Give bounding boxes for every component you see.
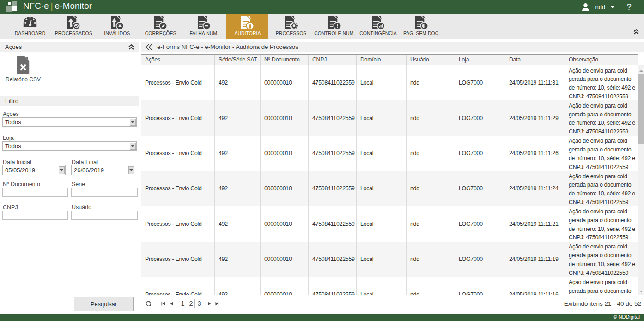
vertical-scrollbar[interactable] — [638, 65, 644, 295]
first-page-icon — [161, 302, 165, 306]
refresh-button[interactable] — [146, 301, 151, 306]
toolbar-tab-processos[interactable]: PROCESSOS — [270, 14, 312, 39]
last-page-icon — [215, 302, 219, 306]
column-header[interactable]: Loja — [455, 55, 505, 65]
toolbar-tab-pag-sem-doc[interactable]: PAG. SEM DOC. — [401, 14, 443, 39]
data-final-dropdown-button[interactable] — [128, 166, 134, 174]
document-gear-icon — [285, 16, 298, 30]
column-header[interactable]: Ações — [141, 55, 215, 65]
table-row[interactable]: Processos - Envio Cold492000000010475084… — [141, 171, 638, 206]
column-header[interactable]: Domínio — [357, 55, 407, 65]
scrollbar-thumb[interactable] — [638, 74, 644, 144]
first-page-button[interactable] — [161, 302, 165, 306]
cell-usuario: ndd — [407, 206, 455, 242]
app-logo-icon — [6, 1, 17, 12]
actions-panel-header: Ações — [0, 42, 139, 52]
sidebar: Ações Relatório CSV Filtro Ações Todos — [0, 42, 139, 314]
column-header[interactable]: CNPJ — [309, 55, 357, 65]
column-header[interactable]: Nº Documento — [261, 55, 309, 65]
page-number-1[interactable]: 1 — [179, 300, 187, 307]
help-button[interactable]: ? — [627, 2, 632, 12]
cell-observacao: Ação de envio para cold gerada para o do… — [565, 277, 638, 295]
data-inicial-picker[interactable]: 05/05/2019 — [2, 165, 66, 175]
next-page-button[interactable] — [208, 302, 211, 306]
table-row[interactable]: Processos - Envio Cold492000000010475084… — [141, 65, 638, 100]
scroll-up-button[interactable] — [638, 65, 644, 72]
column-header[interactable]: Data — [505, 55, 565, 65]
logo-square — [12, 1, 17, 6]
cell-observacao: Ação de envio para cold gerada para o do… — [565, 242, 638, 277]
data-final-picker[interactable]: 26/06/2019 — [71, 165, 135, 175]
loja-dropdown-button[interactable] — [130, 143, 136, 150]
previous-page-icon — [170, 302, 173, 306]
toolbar-tab-falha-num[interactable]: FALHA NUM. — [183, 14, 225, 39]
cell-documento: 000000010 — [261, 65, 309, 100]
user-menu[interactable]: ndd — [582, 3, 615, 11]
usuario-label: Usuário — [72, 204, 91, 211]
breadcrumb: e-Forms NFC-e - e-Monitor - Auditoria de… — [141, 42, 644, 52]
dropdown-arrow-icon — [131, 121, 134, 123]
toolbar-tab-label: PROCESSOS — [276, 30, 307, 36]
cell-data: 24/05/2019 11:11:26 — [505, 136, 565, 171]
csv-report-action[interactable]: Relatório CSV — [0, 56, 46, 83]
document-exclamation-icon — [328, 16, 341, 30]
table-row[interactable]: Processos - Envio Cold492000000010475084… — [141, 277, 638, 295]
loja-filter-value: Todos — [3, 143, 129, 150]
table-row[interactable]: Processos - Envio Cold492000000010475084… — [141, 136, 638, 171]
cell-observacao: Ação de envio para cold gerada para o do… — [565, 100, 638, 135]
page-number-2[interactable]: 2 — [188, 299, 195, 309]
usuario-input[interactable] — [71, 211, 138, 220]
toolbar-tab-dashboard[interactable]: DASHBOARD — [9, 14, 51, 39]
table-row[interactable]: Processos - Envio Cold492000000010475084… — [141, 100, 638, 135]
cell-serie: 492 — [215, 136, 261, 171]
table-row[interactable]: Processos - Envio Cold492000000010475084… — [141, 242, 638, 277]
num-documento-input[interactable] — [2, 188, 68, 197]
table-row[interactable]: Processos - Envio Cold492000000010475084… — [141, 206, 638, 242]
acoes-dropdown-button[interactable] — [130, 119, 136, 126]
cnpj-input[interactable] — [2, 211, 68, 220]
actions-panel-collapse-button[interactable] — [128, 44, 134, 50]
cell-acao: Processos - Envio Cold — [141, 206, 215, 242]
num-documento-label: Nº Documento — [3, 181, 40, 188]
items-count-status: Exibindo itens 21 - 40 de 52 — [564, 295, 641, 312]
cell-dominio: Local — [357, 171, 407, 206]
previous-page-button[interactable] — [170, 302, 173, 306]
app-title: NFC-e|e-Monitor — [23, 1, 92, 11]
last-page-button[interactable] — [215, 302, 219, 306]
cell-acao: Processos - Envio Cold — [141, 171, 215, 206]
dropdown-arrow-icon — [60, 169, 63, 171]
toolbar-tab-auditoria[interactable]: AUDITORIA — [226, 14, 268, 39]
app-title-separator: | — [49, 1, 55, 11]
toolbar-tab-invalidos[interactable]: INVÁLIDOS — [96, 14, 138, 39]
toolbar-tab-processados[interactable]: PROCESSADOS — [53, 14, 95, 39]
triangle-down-icon — [639, 291, 643, 292]
scroll-down-button[interactable] — [638, 288, 644, 295]
toolbar-tab-correcoes[interactable]: CORREÇÕES — [140, 14, 182, 39]
column-header[interactable]: Observação — [565, 55, 638, 65]
toolbar-tab-contingencia[interactable]: CONTINGÊNCIA — [357, 14, 399, 39]
column-header[interactable]: Série/Série SAT — [215, 55, 261, 65]
cell-cnpj: 47508411022559 — [309, 136, 357, 171]
data-inicial-dropdown-button[interactable] — [59, 166, 65, 174]
toolbar-collapse-button[interactable] — [633, 29, 639, 35]
cell-usuario: ndd — [407, 136, 455, 171]
logo-square — [8, 2, 11, 5]
toolbar-tabs: DASHBOARDPROCESSADOSINVÁLIDOSCORREÇÕESFA… — [9, 14, 444, 39]
cell-acao: Processos - Envio Cold — [141, 100, 215, 135]
toolbar-tab-controle-num[interactable]: CONTROLE NUM. — [314, 14, 356, 39]
cell-usuario: ndd — [407, 171, 455, 206]
cell-observacao: Ação de envio para cold gerada para o do… — [565, 171, 638, 206]
serie-input[interactable] — [71, 188, 138, 197]
acoes-filter-select[interactable]: Todos — [2, 117, 137, 127]
cell-loja: LOG7000 — [455, 242, 505, 277]
cell-observacao: Ação de envio para cold gerada para o do… — [565, 206, 638, 242]
data-inicial-value: 05/05/2019 — [3, 167, 58, 174]
table-header: AçõesSérie/Série SATNº DocumentoCNPJDomí… — [141, 54, 638, 65]
cell-dominio: Local — [357, 100, 407, 135]
page-number-3[interactable]: 3 — [196, 300, 203, 307]
search-button[interactable]: Pesquisar — [74, 297, 134, 311]
loja-filter-select[interactable]: Todos — [2, 141, 137, 151]
column-header[interactable]: Usuário — [407, 55, 455, 65]
double-chevron-left-icon[interactable] — [146, 44, 152, 50]
cell-acao: Processos - Envio Cold — [141, 242, 215, 277]
